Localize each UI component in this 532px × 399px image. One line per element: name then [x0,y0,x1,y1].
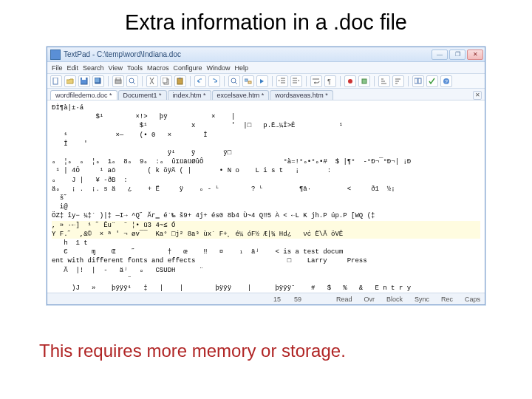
tab-index[interactable]: index.htm * [168,90,211,100]
status-caps: Caps [465,296,480,303]
menu-tools[interactable]: Tools [127,64,143,72]
editor-line: ¹ | 4Ō ¹ aō ( k öÿÄ ( | • N o L i s t ¡ … [52,166,480,175]
editor-line: ₒ J | ¥ -ðB : [52,176,480,185]
close-button[interactable]: ✕ [467,50,483,60]
menu-window[interactable]: Window [206,64,230,72]
app-icon [50,50,61,60]
svg-rect-5 [115,80,121,83]
titlebar[interactable]: TextPad - C:\temp\word\Indiana.doc — ❐ ✕ [47,47,485,62]
slide-title: Extra information in a .doc file [0,10,532,35]
editor-line: äₒ ¡ . ¡. s ä ¿ + Ë ÿ ₒ - ᴸ ? ᴸ ¶ā· < ð1… [52,185,480,194]
status-read: Read [336,296,352,303]
menu-file[interactable]: File [52,64,63,72]
redo-icon[interactable] [208,75,220,87]
svg-rect-17 [245,79,248,81]
paste-icon[interactable] [174,75,186,87]
editor-line: )J » þÿÿÿ¹ ‡ | | þÿÿÿ | þÿÿÿ¨ # $ % & E … [52,284,480,293]
macro-rec-icon[interactable] [344,75,356,87]
undo-icon[interactable] [194,75,206,87]
editor-line: Ă |! | - äʲ ₒ CSUDH ¨ [52,266,480,275]
svg-text:?: ? [445,79,448,84]
textpad-window: TextPad - C:\temp\word\Indiana.doc — ❐ ✕… [47,47,485,305]
document-tabs: wordfiledemo.doc * Document1 * index.htm… [47,89,485,100]
svg-line-16 [235,82,237,84]
svg-rect-4 [95,78,100,83]
svg-rect-2 [82,78,86,80]
sort-desc-icon[interactable] [392,75,404,87]
maximize-button[interactable]: ❐ [449,50,466,60]
show-nonprint-icon[interactable]: ¶ [324,75,336,87]
editor-line: ÖZ‡ îy− ¼‡´ )|‡ —I→ ^Q˝ Ăг‗ é´‰ š9+ 4j+ … [52,211,480,220]
menu-view[interactable]: View [109,64,123,72]
save-icon[interactable] [78,75,90,87]
replace-icon[interactable] [242,75,254,87]
svg-text:¶: ¶ [327,78,331,85]
svg-rect-18 [248,81,251,83]
editor-line: š˝ [52,194,480,202]
status-ovr: Ovr [364,296,375,303]
open-file-icon[interactable] [64,75,76,87]
help-icon[interactable]: ? [440,75,452,87]
editor-line: ĐÌ¶à|±·á [52,103,480,112]
svg-line-8 [133,82,135,84]
editor-line: Є ɱ Œ ˝ † œ ‼ ¤ ₁ äʲ < is a test docum [52,248,480,256]
word-wrap-icon[interactable] [310,75,322,87]
new-file-icon[interactable] [50,75,62,87]
menu-search[interactable]: Search [83,64,104,72]
editor-line: i@ [52,202,480,211]
tab-excelsave[interactable]: excelsave.htm * [212,90,270,100]
tab-wordsaveas[interactable]: wordsaveas.htm * [270,90,333,100]
status-line: 15 [273,296,281,303]
menu-bar: File Edit Search View Tools Macros Confi… [47,62,485,74]
status-rec: Rec [441,296,453,303]
spell-check-icon[interactable] [426,75,438,87]
window-title: TextPad - C:\temp\word\Indiana.doc [64,50,432,58]
menu-edit[interactable]: Edit [67,64,79,72]
indent-right-icon[interactable] [290,75,302,87]
sort-asc-icon[interactable] [378,75,390,87]
editor-line: ent with different fonts and effects □ L… [52,256,480,265]
status-sync: Sync [415,296,429,303]
svg-rect-13 [177,78,183,84]
svg-rect-36 [418,78,421,83]
menu-macros[interactable]: Macros [147,64,169,72]
editor-line: ¹ ×— (• 0 × Î [52,131,480,140]
tab-wordfiledemo[interactable]: wordfiledemo.doc * [50,90,117,100]
editor-line: $¹ x ' |□ p.Ë…¼Î>Ê ¹ [52,121,480,130]
editor-line: ÿ¹ ÿ ÿ□ [52,149,480,157]
svg-point-27 [348,79,352,83]
toolbar: ¶ ? [47,74,485,89]
copy-icon[interactable] [160,75,172,87]
status-bar: 15 59 Read Ovr Block Sync Rec Caps [47,293,485,304]
svg-rect-12 [163,78,167,83]
slide-caption: This requires more memory or storage. [0,341,532,361]
print-icon[interactable] [112,75,124,87]
find-icon[interactable] [228,75,240,87]
indent-left-icon[interactable] [276,75,288,87]
svg-rect-35 [415,78,417,83]
editor-line: $¹ ×!> þÿ × | [52,112,480,121]
editor-area[interactable]: ĐÌ¶à|±·á $¹ ×!> þÿ × | $¹ x ' |□ p.Ë…¼Î>… [47,100,485,293]
svg-rect-6 [116,78,120,80]
tab-document1[interactable]: Document1 * [118,90,167,100]
cut-icon[interactable] [146,75,158,87]
status-block: Block [386,296,403,303]
editor-line: ₒ ¦ₒ ₒ ¦ₒ 1ₒ 8ₒ 9ₒ :ₒ ûïüäüØûÔ °à=!°ₒ•°ₒ… [52,157,480,166]
tool-icon[interactable] [358,75,370,87]
svg-rect-0 [53,78,58,84]
compare-icon[interactable] [412,75,424,87]
tab-close-icon[interactable]: ✕ [473,91,482,100]
minimize-button[interactable]: — [432,50,448,60]
print-preview-icon[interactable] [126,75,138,87]
menu-configure[interactable]: Configure [173,64,202,72]
menu-help[interactable]: Help [235,64,249,72]
editor-line: h 1 t [52,239,480,248]
find-next-icon[interactable] [256,75,268,87]
svg-rect-14 [179,78,181,79]
editor-line: Î ' [52,140,480,149]
editor-line: , » ·←] ¹ ˝ Ēu¨ ¨ ¦• ü3 4~≤ Ó [52,221,480,230]
editor-line: Y F.˝ ,&© × ª ' ¬ øv¯¯ Ka° □j² 8a³ ùx´ F… [52,230,480,239]
svg-rect-28 [362,79,366,83]
save-all-icon[interactable] [92,75,104,87]
status-col: 59 [294,296,301,303]
